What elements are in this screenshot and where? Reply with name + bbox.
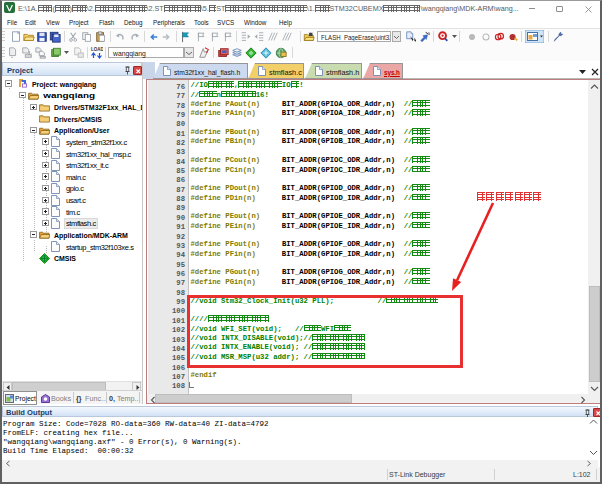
svg-text:LOAD: LOAD: [91, 47, 103, 52]
